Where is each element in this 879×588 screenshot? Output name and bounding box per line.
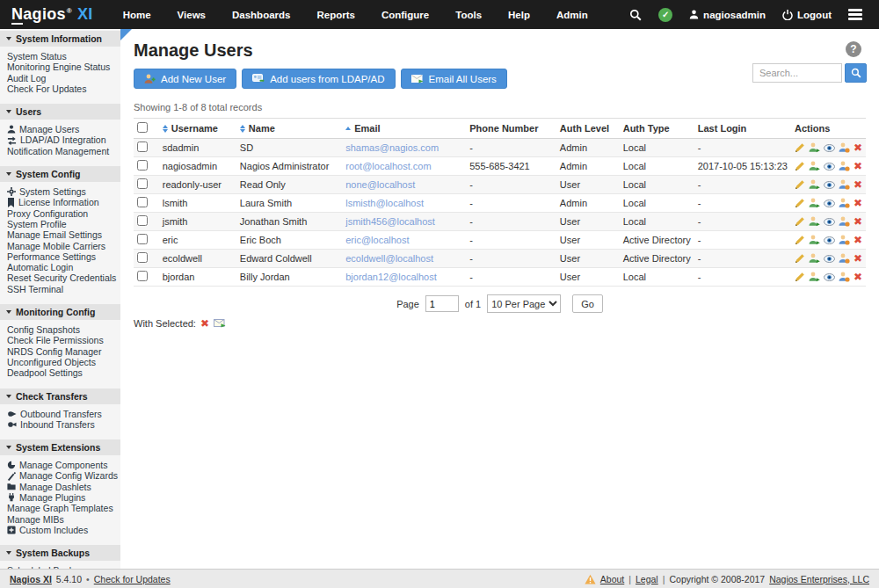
page-number-input[interactable] — [425, 295, 459, 312]
sidebar-item-license-information[interactable]: License Information — [7, 197, 118, 207]
sidebar-item-manage-dashlets[interactable]: Manage Dashlets — [7, 482, 118, 492]
menu-item-home[interactable]: Home — [123, 10, 151, 20]
sidebar-item-proxy-configuration[interactable]: Proxy Configuration — [7, 208, 118, 219]
row-checkbox[interactable] — [137, 252, 148, 263]
delete-icon[interactable]: ✖ — [854, 161, 862, 171]
sidebar-item-config-snapshots[interactable]: Config Snapshots — [7, 324, 118, 335]
sidebar-section-users[interactable]: Users — [0, 104, 120, 120]
view-icon[interactable] — [824, 273, 835, 281]
footer-product-link[interactable]: Nagios XI — [10, 574, 52, 584]
sidebar-item-monitoring-engine-status[interactable]: Monitoring Engine Status — [7, 62, 118, 72]
view-icon[interactable] — [824, 218, 835, 226]
delete-icon[interactable]: ✖ — [854, 253, 862, 264]
sidebar-item-outbound-transfers[interactable]: Outbound Transfers — [7, 409, 118, 419]
user-go-icon[interactable] — [809, 253, 820, 264]
sort-icon[interactable] — [240, 125, 245, 133]
sidebar-item-manage-components[interactable]: Manage Components — [7, 460, 118, 470]
delete-selected-icon[interactable]: ✖ — [200, 318, 209, 329]
email-link[interactable]: jsmith456@localhost — [345, 216, 435, 227]
sidebar-item-manage-mibs[interactable]: Manage MIBs — [7, 514, 118, 525]
edit-icon[interactable] — [795, 161, 805, 171]
sidebar-section-system-information[interactable]: System Information — [0, 31, 120, 47]
per-page-select[interactable]: 10 Per Page — [487, 294, 561, 313]
row-checkbox[interactable] — [137, 142, 148, 152]
nagios-logo[interactable]: Nagios® XI — [0, 5, 107, 24]
user-go-icon[interactable] — [809, 161, 820, 171]
add-new-user-button[interactable]: Add New User — [134, 69, 236, 89]
sidebar-item-manage-email-settings[interactable]: Manage Email Settings — [7, 229, 118, 240]
logout-button[interactable]: Logout — [782, 10, 832, 20]
user-go-icon[interactable] — [809, 198, 820, 208]
search-icon[interactable] — [629, 9, 642, 21]
email-link[interactable]: root@localhost.com — [345, 161, 431, 171]
edit-icon[interactable] — [795, 235, 805, 245]
sidebar-section-system-config[interactable]: System Config — [0, 166, 120, 182]
column-header-username[interactable]: Username — [159, 119, 236, 139]
sidebar-item-custom-includes[interactable]: Custom Includes — [7, 525, 118, 535]
email-link[interactable]: shamas@nagios.com — [345, 142, 439, 153]
view-icon[interactable] — [824, 144, 835, 152]
menu-icon[interactable] — [848, 9, 866, 20]
email-link[interactable]: ecoldwell@localhost — [345, 253, 433, 264]
sidebar-item-check-for-updates[interactable]: Check For Updates — [7, 83, 118, 94]
add-users-from-ldap-button[interactable]: Add users from LDAP/AD — [242, 69, 395, 89]
sidebar-item-reset-security-credentials[interactable]: Reset Security Credentials — [7, 272, 118, 283]
view-icon[interactable] — [824, 200, 835, 207]
email-link[interactable]: eric@localhost — [345, 235, 409, 245]
status-ok-icon[interactable]: ✓ — [658, 8, 672, 22]
sort-asc-icon[interactable] — [345, 127, 351, 130]
sidebar-section-check-transfers[interactable]: Check Transfers — [0, 388, 120, 404]
sidebar-item-system-profile[interactable]: System Profile — [7, 219, 118, 229]
user-go-icon[interactable] — [809, 235, 820, 245]
row-checkbox[interactable] — [137, 271, 148, 281]
footer-legal-link[interactable]: Legal — [636, 574, 658, 584]
user-go-icon[interactable] — [809, 179, 820, 190]
row-checkbox[interactable] — [137, 234, 148, 244]
delete-icon[interactable]: ✖ — [854, 216, 862, 227]
user-permissions-icon[interactable] — [839, 235, 850, 245]
sidebar-item-manage-users[interactable]: Manage Users — [7, 124, 118, 134]
menu-item-help[interactable]: Help — [508, 10, 530, 20]
email-link[interactable]: bjordan12@localhost — [345, 272, 437, 282]
sidebar-section-system-backups[interactable]: System Backups — [0, 545, 120, 561]
menu-item-configure[interactable]: Configure — [381, 10, 429, 20]
user-permissions-icon[interactable] — [839, 272, 850, 282]
sidebar-item-scheduled-backups[interactable]: Scheduled Backups — [7, 565, 118, 569]
search-button[interactable] — [845, 63, 867, 83]
edit-icon[interactable] — [795, 142, 805, 153]
sidebar-item-inbound-transfers[interactable]: Inbound Transfers — [7, 419, 118, 430]
edit-icon[interactable] — [795, 216, 805, 227]
select-all-checkbox[interactable] — [137, 122, 148, 133]
sidebar-item-manage-plugins[interactable]: Manage Plugins — [7, 492, 118, 503]
column-header-email[interactable]: Email — [342, 119, 466, 139]
sort-icon[interactable] — [163, 125, 168, 133]
menu-item-views[interactable]: Views — [178, 10, 206, 20]
user-permissions-icon[interactable] — [839, 179, 850, 190]
sidebar-item-ldap-ad-integration[interactable]: LDAP/AD Integration — [7, 134, 118, 145]
email-all-users-button[interactable]: Email All Users — [401, 69, 507, 89]
sidebar-item-automatic-login[interactable]: Automatic Login — [7, 262, 118, 272]
menu-item-dashboards[interactable]: Dashboards — [232, 10, 290, 20]
delete-icon[interactable]: ✖ — [854, 272, 862, 282]
view-icon[interactable] — [824, 236, 835, 244]
menu-item-tools[interactable]: Tools — [455, 10, 482, 20]
delete-icon[interactable]: ✖ — [854, 235, 862, 245]
sidebar-item-system-status[interactable]: System Status — [7, 51, 118, 62]
sidebar-item-system-settings[interactable]: System Settings — [7, 186, 118, 197]
row-checkbox[interactable] — [137, 197, 148, 207]
sidebar-section-monitoring-config[interactable]: Monitoring Config — [0, 304, 120, 320]
user-permissions-icon[interactable] — [839, 216, 850, 227]
column-header-name[interactable]: Name — [236, 119, 342, 139]
sidebar-item-nrds-config-manager[interactable]: NRDS Config Manager — [7, 346, 118, 357]
delete-icon[interactable]: ✖ — [854, 142, 862, 153]
row-checkbox[interactable] — [137, 215, 148, 226]
row-checkbox[interactable] — [137, 160, 148, 171]
edit-icon[interactable] — [795, 253, 805, 264]
delete-icon[interactable]: ✖ — [854, 179, 862, 190]
sidebar-item-manage-config-wizards[interactable]: Manage Config Wizards — [7, 470, 118, 481]
edit-icon[interactable] — [795, 272, 805, 282]
footer-check-updates-link[interactable]: Check for Updates — [94, 574, 171, 584]
help-icon[interactable]: ? — [846, 41, 861, 57]
footer-company-link[interactable]: Nagios Enterprises, LLC — [769, 574, 869, 584]
user-go-icon[interactable] — [809, 272, 820, 282]
